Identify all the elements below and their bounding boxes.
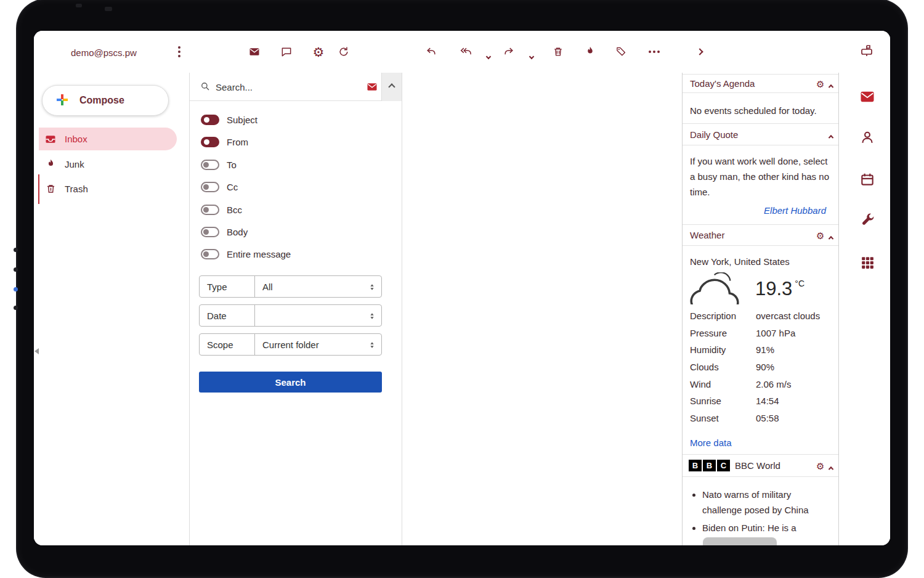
weather-temperature: 19.3°C — [755, 278, 804, 300]
scope-select[interactable]: Current folder — [255, 334, 381, 355]
bcc-toggle[interactable] — [201, 205, 219, 215]
side-indicator-light — [14, 287, 18, 291]
chevron-up-icon — [829, 236, 833, 241]
compose-button[interactable]: Compose — [42, 85, 169, 116]
wrench-icon — [860, 213, 875, 228]
cloud-icon — [690, 272, 739, 304]
select-value: All — [262, 282, 273, 292]
collapse-widget-button[interactable] — [829, 230, 833, 240]
subject-toggle[interactable] — [201, 115, 219, 125]
rail-mail-button[interactable] — [858, 88, 877, 106]
sidebar: Compose Inbox Junk Trash — [34, 73, 189, 545]
person-icon — [859, 129, 875, 145]
search-collapse-button[interactable] — [381, 73, 402, 101]
tag-button[interactable] — [614, 44, 629, 59]
agenda-header: Today's Agenda ⚙ — [683, 74, 838, 93]
reply-all-button[interactable] — [459, 44, 474, 59]
gear-icon[interactable]: ⚙ — [816, 79, 824, 88]
news-item[interactable]: Biden on Putin: He is a — [702, 520, 825, 535]
folder-scroll-indicator — [38, 174, 39, 204]
reply-all-icon — [460, 46, 472, 58]
from-toggle[interactable] — [201, 137, 219, 147]
entire-message-toggle[interactable] — [201, 249, 219, 259]
sidebar-collapse-handle[interactable] — [34, 348, 39, 354]
agenda-empty-text: No events scheduled for today. — [690, 105, 817, 116]
widget-title: Daily Quote — [690, 129, 738, 140]
date-select[interactable] — [255, 305, 381, 326]
search-submit-button[interactable]: Search — [199, 372, 382, 393]
trash-icon — [44, 182, 57, 196]
quote-author: Elbert Hubbard — [764, 205, 826, 216]
news-list: Nato warns of military challenge posed b… — [691, 487, 824, 535]
weather-header: Weather ⚙ — [683, 224, 838, 246]
weather-location: New York, United States — [690, 256, 790, 267]
chat-button[interactable] — [279, 44, 294, 59]
trash-icon — [552, 46, 564, 58]
inbox-icon — [44, 132, 57, 146]
reply-button[interactable] — [424, 44, 439, 59]
collapse-widget-button[interactable] — [829, 460, 833, 471]
gear-icon[interactable]: ⚙ — [816, 461, 824, 470]
expand-toolbar-button[interactable] — [692, 44, 707, 59]
junk-button[interactable] — [583, 44, 598, 59]
weather-row: Clouds90% — [683, 359, 838, 377]
weather-row: Wind2.06 m/s — [683, 377, 838, 394]
sidebar-item-trash[interactable]: Trash — [39, 177, 177, 200]
weather-more-data-link[interactable]: More data — [690, 438, 732, 448]
widget-title: BBC World — [735, 460, 780, 471]
mail-scope-icon[interactable] — [366, 81, 378, 93]
sidebar-item-inbox[interactable]: Inbox — [39, 128, 177, 150]
forward-button[interactable] — [501, 44, 516, 59]
select-arrows-icon — [368, 311, 376, 321]
chevron-down-icon — [486, 54, 491, 59]
account-menu-button[interactable] — [172, 44, 187, 59]
side-button — [14, 306, 18, 310]
refresh-button[interactable] — [336, 44, 351, 59]
mark-read-button[interactable] — [247, 44, 262, 59]
ellipsis-icon — [653, 51, 655, 53]
reply-all-menu-button[interactable] — [481, 49, 496, 64]
search-panel: Subject From To Cc Bcc Body Entire messa… — [189, 73, 402, 545]
quote-header: Daily Quote — [683, 123, 838, 145]
more-actions-button[interactable] — [647, 44, 662, 59]
collapse-widget-button[interactable] — [829, 129, 833, 140]
sidebar-item-junk[interactable]: Junk — [39, 153, 177, 176]
account-email: demo@pscs.pw — [71, 47, 137, 58]
weather-row: Humidity91% — [683, 342, 838, 359]
cc-toggle[interactable] — [201, 182, 219, 192]
toggle-label: To — [227, 160, 237, 170]
forward-menu-button[interactable] — [524, 49, 539, 64]
rail-settings-button[interactable] — [858, 211, 877, 229]
type-select[interactable]: All — [255, 276, 381, 297]
flame-icon — [584, 46, 596, 58]
topbar: demo@pscs.pw ⚙ — [34, 31, 890, 73]
chat-icon — [280, 46, 293, 58]
rail-calendar-button[interactable] — [858, 170, 877, 189]
rail-contacts-button[interactable] — [858, 128, 877, 147]
filter-label: Scope — [200, 334, 255, 355]
apps-grid-icon — [860, 255, 875, 271]
select-arrows-icon — [368, 340, 376, 350]
chevron-right-icon — [696, 48, 703, 55]
delete-button[interactable] — [551, 44, 565, 59]
rail-apps-button[interactable] — [858, 253, 877, 272]
compose-label: Compose — [79, 95, 124, 106]
weather-row: Descriptionovercast clouds — [683, 308, 838, 325]
to-toggle[interactable] — [201, 160, 219, 170]
kebab-icon — [178, 51, 180, 53]
side-button — [14, 267, 18, 272]
mailbox-button[interactable] — [859, 43, 874, 58]
news-item[interactable]: Nato warns of military challenge posed b… — [702, 487, 825, 518]
chevron-up-icon — [829, 135, 833, 140]
search-icon — [200, 81, 211, 94]
gear-icon[interactable]: ⚙ — [816, 230, 824, 240]
search-input[interactable] — [216, 79, 357, 94]
chevron-up-icon — [388, 83, 395, 90]
collapse-widget-button[interactable] — [829, 78, 833, 89]
app-screen: demo@pscs.pw ⚙ — [34, 31, 890, 545]
search-bar — [190, 73, 402, 101]
folder-label: Inbox — [65, 134, 87, 144]
body-toggle[interactable] — [201, 227, 219, 237]
settings-button[interactable]: ⚙ — [311, 44, 326, 59]
refresh-icon — [338, 46, 350, 58]
